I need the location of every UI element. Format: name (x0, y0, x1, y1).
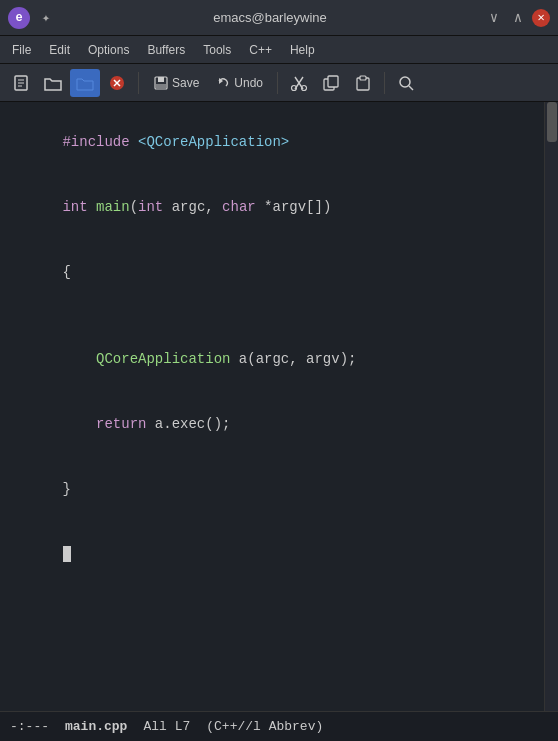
menu-options[interactable]: Options (80, 40, 137, 60)
menu-edit[interactable]: Edit (41, 40, 78, 60)
code-line-2: int main(int argc, char *argv[]) (12, 175, 532, 240)
maximize-button[interactable]: ∧ (508, 8, 528, 28)
menu-buffers[interactable]: Buffers (139, 40, 193, 60)
status-filename: main.cpp (65, 719, 127, 734)
svg-line-20 (409, 86, 413, 90)
toolbar-separator-1 (138, 72, 139, 94)
scrollbar-thumb[interactable] (547, 102, 557, 142)
vertical-scrollbar[interactable] (544, 102, 558, 711)
search-button[interactable] (391, 69, 421, 97)
undo-button[interactable]: Undo (209, 73, 271, 93)
titlebar: e ✦ emacs@barleywine ∨ ∧ ✕ (0, 0, 558, 36)
toolbar-separator-2 (277, 72, 278, 94)
cut-button[interactable] (284, 69, 314, 97)
svg-point-19 (400, 77, 410, 87)
code-line-5: QCoreApplication a(argc, argv); (12, 327, 532, 392)
menu-help[interactable]: Help (282, 40, 323, 60)
menubar: File Edit Options Buffers Tools C++ Help (0, 36, 558, 64)
save-button[interactable]: Save (145, 72, 207, 94)
text-cursor (63, 546, 71, 562)
emacs-logo: e (8, 7, 30, 29)
close-file-button[interactable] (102, 69, 132, 97)
titlebar-title: emacs@barleywine (56, 10, 484, 25)
code-editor[interactable]: #include <QCoreApplication> int main(int… (0, 102, 544, 711)
class-name: QCoreApplication (96, 351, 230, 367)
status-mode-name: (C++//l Abbrev) (206, 719, 323, 734)
code-line-1: #include <QCoreApplication> (12, 110, 532, 175)
status-mode: -:--- (10, 719, 49, 734)
status-position: All L7 (143, 719, 190, 734)
menu-tools[interactable]: Tools (195, 40, 239, 60)
code-line-4 (12, 305, 532, 327)
copy-button[interactable] (316, 69, 346, 97)
titlebar-left: e ✦ (8, 7, 56, 29)
svg-rect-8 (158, 77, 164, 82)
svg-rect-16 (328, 76, 338, 87)
minimize-button[interactable]: ∨ (484, 8, 504, 28)
svg-rect-9 (156, 84, 166, 88)
menu-file[interactable]: File (4, 40, 39, 60)
svg-rect-18 (360, 76, 366, 80)
statusbar: -:--- main.cpp All L7 (C++//l Abbrev) (0, 711, 558, 741)
menu-cpp[interactable]: C++ (241, 40, 280, 60)
open-file-button[interactable] (38, 69, 68, 97)
params: ( (130, 199, 138, 215)
close-button[interactable]: ✕ (532, 9, 550, 27)
code-line-8 (12, 522, 532, 587)
toolbar-separator-3 (384, 72, 385, 94)
preprocessor-directive: #include (62, 134, 138, 150)
keyword-return: return (96, 416, 146, 432)
new-file-button[interactable] (6, 69, 36, 97)
titlebar-controls: ∨ ∧ ✕ (484, 8, 550, 28)
include-path: <QCoreApplication> (138, 134, 289, 150)
code-line-3: { (12, 240, 532, 305)
pin-icon[interactable]: ✦ (36, 8, 56, 28)
paste-button[interactable] (348, 69, 378, 97)
keyword-int: int (62, 199, 87, 215)
active-folder-button[interactable] (70, 69, 100, 97)
function-name: main (96, 199, 130, 215)
code-line-6: return a.exec(); (12, 392, 532, 457)
code-line-7: } (12, 457, 532, 522)
toolbar: Save Undo (0, 64, 558, 102)
editor-wrapper: #include <QCoreApplication> int main(int… (0, 102, 558, 711)
